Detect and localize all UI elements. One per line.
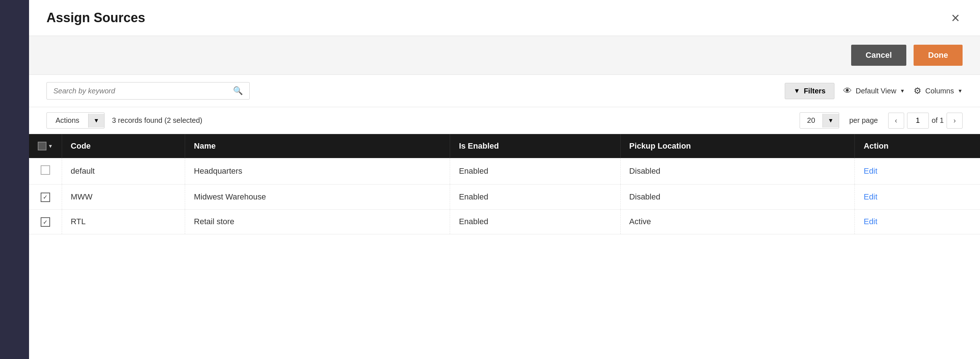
- row-code: MWW: [62, 185, 185, 210]
- row-is-enabled: Enabled: [450, 185, 620, 210]
- filter-icon: ▼: [794, 87, 800, 95]
- edit-link[interactable]: Edit: [864, 166, 877, 176]
- actions-left: Actions ▼ 3 records found (2 selected): [46, 112, 202, 129]
- row-checkbox[interactable]: ✓: [41, 193, 50, 202]
- row-code: default: [62, 158, 185, 185]
- actions-chevron-icon[interactable]: ▼: [88, 114, 105, 128]
- row-checkbox-cell[interactable]: ✓: [29, 209, 62, 235]
- search-icon: 🔍: [233, 86, 243, 96]
- close-button[interactable]: ×: [948, 11, 963, 25]
- row-action-cell[interactable]: Edit: [855, 185, 980, 210]
- per-page-label: per page: [850, 116, 878, 124]
- columns-control[interactable]: ⚙ Columns ▼: [913, 86, 963, 96]
- filter-controls: ▼ Filters 👁 Default View ▼ ⚙ Columns ▼: [785, 83, 963, 99]
- gear-icon: ⚙: [913, 86, 921, 96]
- view-dropdown-arrow: ▼: [900, 88, 905, 94]
- th-select-all[interactable]: ▼: [29, 134, 62, 158]
- filters-label: Filters: [803, 87, 826, 95]
- th-is-enabled: Is Enabled: [450, 134, 620, 158]
- table-body: defaultHeadquartersEnabledDisabledEdit✓M…: [29, 158, 980, 235]
- columns-dropdown-arrow: ▼: [958, 88, 963, 94]
- row-action-cell[interactable]: Edit: [855, 158, 980, 185]
- th-name: Name: [185, 134, 450, 158]
- search-left: 🔍: [46, 82, 250, 100]
- actions-label: Actions: [47, 113, 88, 128]
- done-button[interactable]: Done: [913, 45, 963, 66]
- row-name: Midwest Warehouse: [185, 185, 450, 210]
- row-is-enabled: Enabled: [450, 158, 620, 185]
- modal-container: Assign Sources × Cancel Done 🔍 ▼ Filters…: [29, 0, 980, 359]
- edit-link[interactable]: Edit: [864, 217, 877, 226]
- per-page-chevron-icon[interactable]: ▼: [822, 114, 839, 128]
- row-pickup-location: Disabled: [620, 185, 855, 210]
- sources-table: ▼ Code Name Is Enabled Pickup Location A…: [29, 134, 980, 235]
- total-pages: of 1: [932, 116, 944, 124]
- row-name: Retail store: [185, 209, 450, 235]
- search-filter-bar: 🔍 ▼ Filters 👁 Default View ▼ ⚙ Columns ▼: [29, 75, 980, 107]
- row-pickup-location: Disabled: [620, 158, 855, 185]
- table-wrapper: ▼ Code Name Is Enabled Pickup Location A…: [29, 134, 980, 359]
- row-checkbox-cell[interactable]: ✓: [29, 185, 62, 210]
- search-input[interactable]: [53, 87, 230, 95]
- th-code: Code: [62, 134, 185, 158]
- view-label: Default View: [856, 87, 896, 95]
- table-header-row: ▼ Code Name Is Enabled Pickup Location A…: [29, 134, 980, 158]
- row-action-cell[interactable]: Edit: [855, 209, 980, 235]
- checkmark-icon: ✓: [43, 219, 48, 226]
- actions-dropdown[interactable]: Actions ▼: [46, 112, 105, 129]
- per-page-value: 20: [800, 113, 822, 128]
- default-view-control[interactable]: 👁 Default View ▼: [843, 86, 905, 96]
- modal-header: Assign Sources ×: [29, 0, 980, 36]
- current-page: 1: [907, 113, 929, 129]
- table-row: defaultHeadquartersEnabledDisabledEdit: [29, 158, 980, 185]
- modal-title: Assign Sources: [46, 10, 145, 26]
- table-row: ✓RTLRetail storeEnabledActiveEdit: [29, 209, 980, 235]
- next-page-button[interactable]: ›: [947, 113, 963, 129]
- top-action-bar: Cancel Done: [29, 36, 980, 75]
- th-action: Action: [855, 134, 980, 158]
- edit-link[interactable]: Edit: [864, 192, 877, 201]
- actions-right: 20 ▼ per page ‹ 1 of 1 ›: [800, 112, 963, 129]
- checkmark-icon: ✓: [43, 194, 48, 201]
- per-page-select[interactable]: 20 ▼: [800, 112, 839, 129]
- search-box[interactable]: 🔍: [46, 82, 250, 100]
- row-is-enabled: Enabled: [450, 209, 620, 235]
- row-pickup-location: Active: [620, 209, 855, 235]
- eye-icon: 👁: [843, 86, 852, 96]
- filters-button[interactable]: ▼ Filters: [785, 83, 835, 99]
- records-info: 3 records found (2 selected): [112, 116, 202, 124]
- sidebar-bg: [0, 0, 29, 359]
- pagination: ‹ 1 of 1 ›: [888, 113, 963, 129]
- select-all-dropdown-icon[interactable]: ▼: [48, 143, 53, 149]
- select-all-checkbox[interactable]: [38, 142, 46, 150]
- prev-page-button[interactable]: ‹: [888, 113, 904, 129]
- row-name: Headquarters: [185, 158, 450, 185]
- actions-bar: Actions ▼ 3 records found (2 selected) 2…: [29, 107, 980, 134]
- cancel-button[interactable]: Cancel: [851, 45, 906, 66]
- row-checkbox[interactable]: [41, 165, 50, 175]
- row-checkbox[interactable]: ✓: [41, 217, 50, 227]
- row-checkbox-cell[interactable]: [29, 158, 62, 185]
- table-row: ✓MWWMidwest WarehouseEnabledDisabledEdit: [29, 185, 980, 210]
- th-pickup-location: Pickup Location: [620, 134, 855, 158]
- row-code: RTL: [62, 209, 185, 235]
- columns-label: Columns: [925, 87, 954, 95]
